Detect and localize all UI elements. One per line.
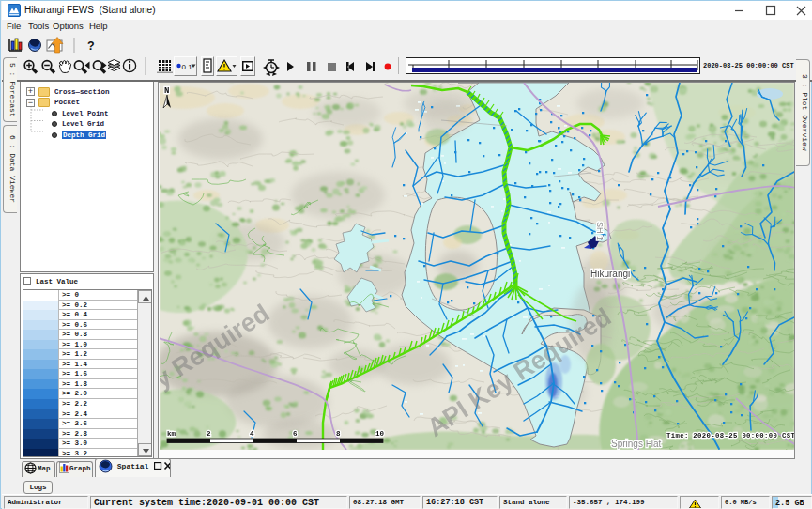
svg-text:4: 4 (250, 430, 254, 438)
svg-text:km: km (167, 430, 176, 438)
svg-text:N: N (164, 86, 169, 96)
svg-text:Time: 2020-08-25 00:00:00 CST: Time: 2020-08-25 00:00:00 CST (666, 432, 794, 440)
svg-text:6: 6 (293, 430, 298, 438)
svg-text:2: 2 (207, 430, 211, 438)
svg-text:SH 1: SH 1 (595, 222, 605, 240)
svg-text:10: 10 (375, 430, 385, 438)
svg-text:Hikurangi: Hikurangi (590, 269, 630, 279)
svg-text:Springs Flat: Springs Flat (611, 439, 662, 449)
svg-text:?: ? (87, 39, 95, 53)
svg-text:0.1: 0.1 (182, 63, 193, 71)
svg-text:8: 8 (336, 430, 341, 438)
